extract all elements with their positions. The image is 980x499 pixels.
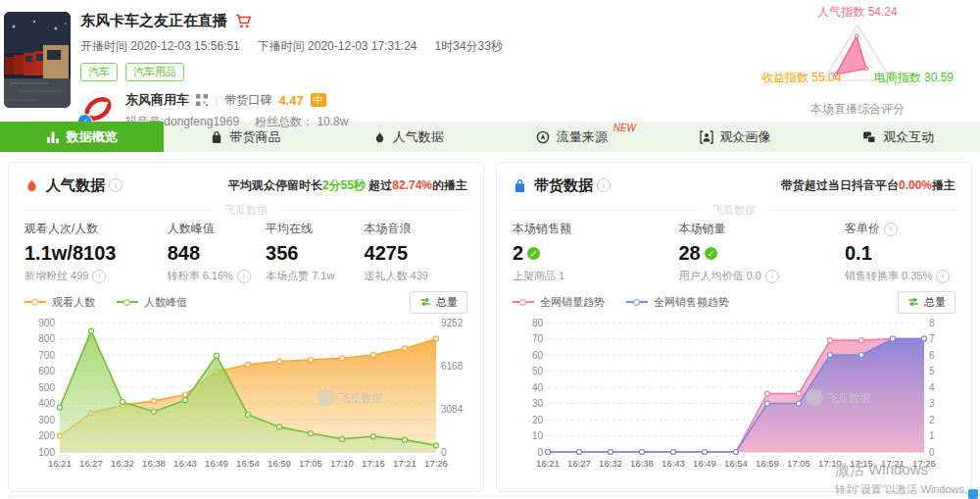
popularity-index: 人气指数 54.24 [760, 4, 956, 21]
reputation-badge: 中 [311, 93, 326, 107]
svg-text:16:59: 16:59 [756, 458, 779, 469]
truck-photo [4, 12, 71, 108]
svg-text:40: 40 [532, 382, 544, 393]
live-thumbnail[interactable] [4, 12, 71, 108]
svg-text:70: 70 [532, 333, 544, 344]
svg-text:6168: 6168 [441, 361, 464, 372]
svg-text:16:21: 16:21 [48, 458, 72, 469]
svg-text:10: 10 [532, 430, 544, 441]
svg-text:16:54: 16:54 [724, 458, 748, 469]
svg-text:16:59: 16:59 [268, 458, 291, 469]
new-badge: NEW [613, 123, 636, 133]
svg-text:400: 400 [38, 398, 55, 409]
live-title: 东风卡车之友正在直播 [80, 12, 227, 30]
svg-text:1: 1 [929, 430, 935, 441]
svg-text:5: 5 [929, 366, 935, 376]
svg-text:0: 0 [929, 447, 935, 458]
check-icon: ✓ [705, 247, 717, 260]
svg-text:50: 50 [532, 366, 544, 376]
svg-text:20: 20 [532, 415, 544, 425]
tab-traffic-source[interactable]: 流量来源 NEW [490, 122, 654, 152]
legend-sales-amount[interactable]: 全网销售额趋势 [626, 295, 729, 310]
tag-auto[interactable]: 汽车 [80, 63, 118, 81]
sales-panel: 带货数据 i 带货超过当日抖音平台0.00%播主 飞瓜数据 本场销售额 2✓ 上… [496, 162, 972, 492]
svg-text:200: 200 [38, 430, 55, 441]
panel-title: 带货数据 [534, 176, 593, 195]
start-time: 开播时间 2020-12-03 15:56:51 [80, 38, 240, 55]
svg-text:2: 2 [929, 415, 935, 425]
feigua-watermark: 飞瓜数据 [699, 203, 769, 218]
interaction-icon [862, 130, 876, 144]
ecommerce-index: 电商指数 30.59 [874, 70, 954, 86]
feigua-watermark: 飞瓜数据 [211, 203, 281, 218]
switch-icon [419, 297, 431, 307]
svg-text:700: 700 [38, 350, 55, 361]
svg-text:16:27: 16:27 [567, 458, 591, 469]
account-name[interactable]: 东风商用车 [125, 91, 189, 109]
panel-title: 人气数据 [46, 176, 105, 195]
live-times: 开播时间 2020-12-03 15:56:51 下播时间 2020-12-03… [80, 38, 503, 55]
svg-text:6: 6 [929, 350, 935, 361]
svg-text:16:32: 16:32 [111, 458, 134, 469]
svg-text:300: 300 [38, 415, 55, 425]
bag-icon [210, 130, 223, 144]
bar-chart-icon [46, 130, 60, 144]
radar-score: 人气指数 54.24 收益指数 55.04 电商指数 30.59 本场直播综合评… [760, 4, 956, 120]
popularity-trend-chart: 9008007006005004003002001009252616830840… [24, 315, 473, 483]
info-icon[interactable]: i [92, 270, 106, 283]
svg-text:0: 0 [537, 447, 543, 458]
svg-text:16:43: 16:43 [173, 458, 197, 469]
tab-products[interactable]: 带货商品 [164, 122, 327, 152]
svg-text:800: 800 [38, 333, 55, 344]
svg-text:16:54: 16:54 [236, 458, 260, 469]
stat-avg-order: 客单价i 0.1 销售转换率 0.35%i [845, 221, 956, 283]
info-icon[interactable]: i [936, 270, 950, 283]
tab-data-overview[interactable]: 数据概览 [0, 122, 164, 152]
next-card-edge [8, 495, 976, 499]
svg-text:900: 900 [38, 318, 55, 328]
svg-text:16:32: 16:32 [599, 458, 622, 469]
stat-sales-amount: 本场销售额 2✓ 上架商品 1 [513, 221, 679, 283]
compass-icon [536, 130, 550, 144]
tab-audience-interaction[interactable]: 观众互动 [816, 122, 980, 152]
svg-text:4: 4 [929, 382, 935, 393]
check-icon: ✓ [527, 247, 540, 260]
svg-text:17:15: 17:15 [362, 458, 385, 469]
retention-summary: 平均观众停留时长2分55秒 超过82.74%的播主 [228, 177, 467, 194]
legend-peak[interactable]: 人数峰值 [117, 295, 187, 310]
switch-icon [907, 297, 919, 307]
watermark-divider: 飞瓜数据 [24, 203, 467, 217]
total-button[interactable]: 总量 [898, 291, 956, 314]
svg-text:16:21: 16:21 [536, 458, 560, 469]
ime-indicator [968, 489, 978, 499]
info-icon[interactable]: i [597, 178, 611, 192]
legend-marker [626, 301, 648, 303]
qrcode-icon[interactable] [196, 94, 208, 106]
svg-text:0: 0 [441, 447, 447, 458]
legend-sales-volume[interactable]: 全网销量趋势 [513, 295, 605, 310]
main-tabs: 数据概览 带货商品 人气数据 流量来源 NEW 观众画像 [0, 122, 980, 152]
svg-text:3084: 3084 [441, 404, 464, 415]
bag-icon [513, 178, 527, 193]
svg-text:100: 100 [38, 447, 55, 458]
stat-peak: 人数峰值 848 转粉率 6.16%i [168, 221, 266, 283]
total-button[interactable]: 总量 [410, 291, 467, 314]
info-icon[interactable]: i [109, 178, 122, 192]
popularity-panel: 人气数据 i 平均观众停留时长2分55秒 超过82.74%的播主 飞瓜数据 观看… [8, 162, 484, 492]
revenue-index: 收益指数 55.04 [761, 70, 841, 86]
info-icon[interactable]: i [765, 270, 779, 283]
info-icon[interactable]: i [237, 270, 251, 283]
svg-text:16:43: 16:43 [662, 458, 685, 469]
stat-sales-volume: 本场销量 28✓ 用户人均价值 0.0i [679, 221, 846, 283]
legend-viewers[interactable]: 观看人数 [24, 295, 95, 310]
info-icon[interactable]: i [884, 223, 898, 236]
stat-viewers: 观看人次/人数 1.1w/8103 新增粉丝 499i [24, 221, 168, 283]
stat-avg-online: 平均在线 356 本场点赞 7.1w [266, 221, 364, 283]
tag-auto-goods[interactable]: 汽车用品 [125, 63, 184, 81]
legend-marker [117, 301, 138, 303]
tab-audience-profile[interactable]: 观众画像 [654, 122, 817, 152]
svg-text:17:05: 17:05 [787, 458, 810, 469]
svg-text:16:49: 16:49 [693, 458, 716, 469]
tab-popularity[interactable]: 人气数据 [326, 122, 490, 152]
svg-text:飞瓜数据: 飞瓜数据 [339, 392, 382, 404]
